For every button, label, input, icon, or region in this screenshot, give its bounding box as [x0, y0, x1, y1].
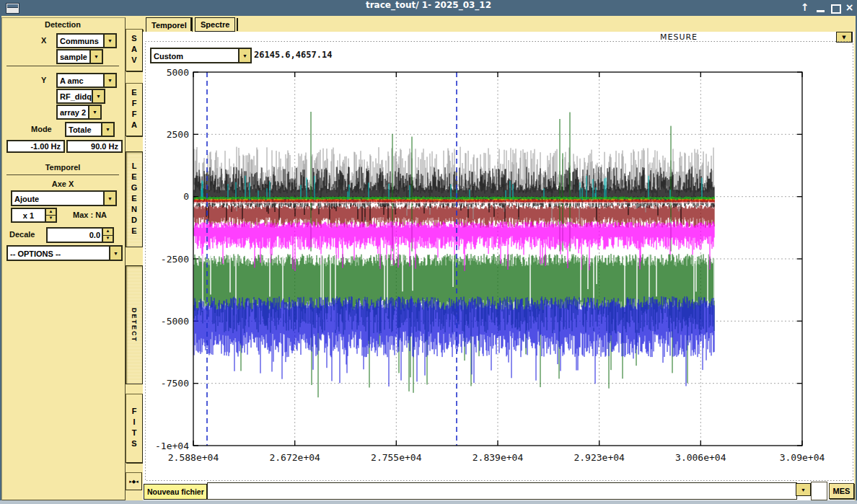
- close-button[interactable]: ×: [843, 1, 856, 14]
- svg-text:2.755e+04: 2.755e+04: [371, 452, 422, 463]
- dropdown-arrow-icon[interactable]: ▼: [109, 247, 121, 260]
- spinner-up-icon[interactable]: ▲: [103, 229, 113, 236]
- mode-label: Mode: [31, 125, 52, 133]
- ajoute-combobox[interactable]: Ajoute ▼: [11, 190, 117, 206]
- dropdown-arrow-icon[interactable]: ▼: [89, 50, 102, 63]
- svg-text:2500: 2500: [167, 129, 189, 140]
- command-dropdown-button[interactable]: ▼: [796, 483, 811, 496]
- collapse-sidebar-button[interactable]: ▸◆◂: [126, 472, 142, 490]
- svg-text:2.839e+04: 2.839e+04: [473, 452, 524, 463]
- tab-spectre[interactable]: Spectre: [195, 17, 235, 32]
- effa-button[interactable]: EFFA: [126, 83, 143, 136]
- window-title: trace_tout/ 1- 2025_03_12: [0, 0, 857, 16]
- svg-text:3.006e+04: 3.006e+04: [675, 452, 726, 463]
- spinner-up-icon[interactable]: ▲: [46, 209, 56, 216]
- file-tab[interactable]: Nouveau fichier: [144, 484, 207, 500]
- separator: [6, 174, 119, 175]
- shade-icon: ↑: [801, 1, 809, 13]
- detection-section-title: Detection: [2, 20, 123, 29]
- svg-text:2.588e+04: 2.588e+04: [168, 452, 219, 463]
- tab-separator: [190, 18, 192, 31]
- freq-min-entry[interactable]: -1.00 Hz: [6, 140, 65, 153]
- shade-button[interactable]: ↑: [798, 1, 812, 14]
- svg-text:-2500: -2500: [161, 254, 189, 265]
- collapse-icon: ▸◆◂: [129, 479, 138, 485]
- communs-combobox[interactable]: Communs ▼: [56, 33, 117, 48]
- close-icon: ×: [845, 1, 854, 13]
- x-axis-label: X: [41, 36, 46, 45]
- a-amc-combobox[interactable]: A amc ▼: [56, 73, 117, 88]
- tab-temporel[interactable]: Temporel: [146, 17, 193, 32]
- dropdown-arrow-icon[interactable]: ▼: [103, 192, 115, 205]
- axe-x-label: Axe X: [2, 180, 123, 188]
- mes-button[interactable]: MES: [829, 483, 854, 499]
- options-combobox[interactable]: -- OPTIONS -- ▼: [6, 245, 123, 261]
- svg-text:-1e+04: -1e+04: [155, 441, 189, 451]
- svg-text:5000: 5000: [167, 67, 189, 78]
- maximize-icon: [831, 4, 841, 14]
- y-axis-label: Y: [41, 76, 46, 84]
- window-bottom-border: [0, 500, 857, 504]
- dropdown-arrow-icon[interactable]: ▼: [103, 74, 115, 87]
- dropdown-arrow-icon[interactable]: ▼: [103, 35, 115, 47]
- minimize-icon: [817, 10, 825, 12]
- maximize-button[interactable]: [828, 1, 842, 14]
- decale-label: Decale: [9, 230, 35, 239]
- freq-max-entry[interactable]: 90.0 Hz: [66, 140, 123, 153]
- sidebar: Detection X Communs ▼ sample ▼ Y A amc ▼…: [1, 17, 126, 500]
- rf-didq-combobox[interactable]: RF_didq ▼: [56, 89, 105, 104]
- dropdown-arrow-icon: ▼: [801, 487, 806, 492]
- main-content: Detection X Communs ▼ sample ▼ Y A amc ▼…: [1, 16, 856, 500]
- tab-separator: [237, 18, 238, 31]
- timeseries-plot[interactable]: 500025000-2500-5000-7500-1e+042.588e+042…: [145, 41, 853, 481]
- dropdown-arrow-icon[interactable]: ▼: [88, 106, 100, 118]
- title-bar[interactable]: trace_tout/ 1- 2025_03_12 ↑ ×: [0, 0, 857, 16]
- mode-combobox[interactable]: Totale ▼: [65, 122, 115, 137]
- svg-text:-5000: -5000: [161, 316, 189, 327]
- temporel-section-title: Temporel: [2, 163, 123, 172]
- dropdown-arrow-icon[interactable]: ▼: [92, 90, 104, 102]
- mes-indicator-box[interactable]: [811, 482, 827, 500]
- command-entry[interactable]: [207, 482, 797, 500]
- sample-combobox[interactable]: sample ▼: [56, 49, 103, 64]
- application-window: trace_tout/ 1- 2025_03_12 ↑ × Detection …: [0, 0, 857, 504]
- svg-text:2.672e+04: 2.672e+04: [269, 452, 320, 463]
- separator: [6, 66, 119, 66]
- spinner-down-icon[interactable]: ▼: [103, 236, 113, 242]
- legende-button[interactable]: LEGENDE: [126, 151, 143, 247]
- svg-text:0: 0: [183, 191, 189, 202]
- dropdown-arrow-icon[interactable]: ▼: [101, 123, 113, 136]
- minimize-button[interactable]: [814, 1, 827, 14]
- array-combobox[interactable]: array 2 ▼: [56, 105, 102, 120]
- svg-text:2.923e+04: 2.923e+04: [573, 452, 625, 463]
- svg-text:3.09e+04: 3.09e+04: [780, 452, 825, 463]
- scale-spinbox[interactable]: x 1 ▲ ▼: [11, 208, 57, 223]
- spinner-down-icon[interactable]: ▼: [46, 216, 56, 221]
- temporel-page: MESURE ▼ Custom ▼ 26145.6,4657.14 500025…: [143, 32, 854, 500]
- fits-button[interactable]: FITS: [126, 394, 143, 463]
- decale-spinbox[interactable]: 0.0 ▲ ▼: [46, 227, 114, 243]
- sav-button[interactable]: SAV: [126, 29, 143, 71]
- max-value-label: Max : NA: [73, 211, 107, 219]
- detect-button[interactable]: DETECT: [126, 265, 143, 384]
- svg-text:-7500: -7500: [161, 378, 189, 389]
